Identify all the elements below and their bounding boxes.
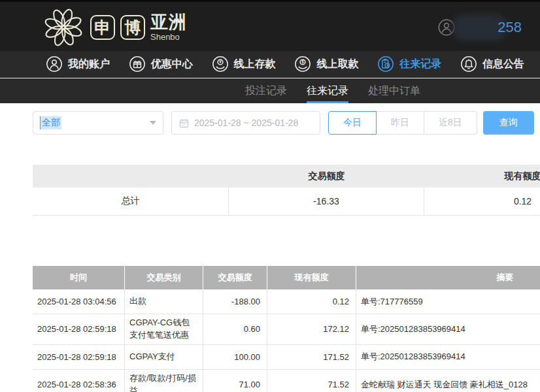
cell-balance: 171.52 (267, 345, 356, 369)
cell-amount: 71.00 (203, 370, 267, 392)
summary-total-balance: 0.12 (424, 188, 540, 215)
summary-header-row: 交易额度 现有额度 (33, 165, 540, 188)
account-icon (46, 56, 63, 73)
cell-balance: 0.12 (267, 289, 356, 314)
nav-label: 线上取款 (316, 57, 358, 71)
col-header-type: 交易类别 (125, 266, 203, 289)
quick-range-group: 今日 昨日 近8日 (328, 111, 477, 135)
cell-balance: 172.12 (267, 314, 356, 344)
cell-summary: 单号:202501283853969414 (356, 345, 540, 369)
cell-amount: 0.60 (203, 314, 267, 344)
cell-time: 2025-01-28 03:04:56 (33, 289, 125, 314)
col-header-summary: 摘要 (356, 266, 540, 289)
cell-type: 出款 (125, 289, 203, 314)
nav-online-deposit[interactable]: ¥ 线上存款 (212, 56, 276, 73)
account-number: 258 (498, 19, 522, 36)
records-table: 时间 交易类别 交易额度 现有额度 摘要 2025-01-28 03:04:56… (33, 266, 540, 392)
col-header-amount: 交易额度 (203, 266, 267, 289)
table-row: 2025-01-28 02:59:18 CGPAY支付 100.00 171.5… (33, 345, 540, 370)
brand-logo[interactable]: 申 博 亚洲 Shenbo (42, 6, 187, 49)
summary-total-amount: -16.33 (229, 188, 424, 215)
col-header-time: 时间 (33, 266, 125, 289)
records-icon (377, 56, 394, 73)
nav-label: 优惠中心 (151, 57, 193, 71)
summary-table: 交易额度 现有额度 总计 -16.33 0.12 (33, 165, 540, 216)
cell-type: CGPAY-CG钱包支付笔笔送优惠 (125, 314, 203, 344)
bell-icon (460, 56, 477, 73)
logo-name-en: Shenbo (150, 33, 187, 41)
summary-header-balance: 现有额度 (424, 165, 540, 188)
logo-char-bo: 博 (120, 15, 145, 40)
cell-balance: 71.52 (267, 370, 356, 392)
type-select-value: 全部 (40, 116, 61, 129)
filter-toolbar: 全部 2025-01-28 ~ 2025-01-28 今日 昨日 近8日 查询 (33, 111, 534, 135)
nav-transaction-records[interactable]: 往来记录 (377, 56, 441, 73)
nav-label: 我的账户 (68, 57, 110, 71)
nav-label: 往来记录 (399, 57, 441, 71)
nav-my-account[interactable]: 我的账户 (46, 56, 110, 73)
cell-summary: 金蛇献瑞 财运通天 现金回馈 豪礼相送_0128 (356, 370, 540, 392)
transaction-records-page: 申 博 亚洲 Shenbo 258 我的账户 (0, 0, 540, 392)
summary-header-blank (33, 165, 229, 188)
top-bar: 申 博 亚洲 Shenbo 258 (0, 0, 540, 51)
logo-region-text: 亚洲 (150, 14, 187, 31)
nav-label: 线上存款 (234, 57, 276, 71)
records-header-row: 时间 交易类别 交易额度 现有额度 摘要 (33, 266, 540, 289)
svg-text:$: $ (302, 59, 305, 65)
cell-summary: 单号:717776559 (356, 289, 540, 314)
table-row: 2025-01-28 02:59:18 CGPAY-CG钱包支付笔笔送优惠 0.… (33, 314, 540, 345)
cell-time: 2025-01-28 02:58:36 (33, 370, 125, 392)
svg-text:¥: ¥ (219, 59, 222, 64)
promo-gift-icon (129, 56, 146, 73)
tab-processing-orders[interactable]: 处理中订单 (368, 78, 420, 103)
tab-transaction-records[interactable]: 往来记录 (307, 78, 348, 103)
nav-label: 信息公告 (482, 57, 524, 71)
type-select[interactable]: 全部 (33, 111, 163, 135)
calendar-icon (179, 118, 189, 128)
yesterday-button[interactable]: 昨日 (377, 111, 424, 135)
nav-online-withdraw[interactable]: $ 线上取款 (294, 56, 358, 73)
nav-announcements[interactable]: 信息公告 (460, 56, 524, 73)
table-row: 2025-01-28 02:58:36 存款/取款/打码/损益 71.00 71… (33, 370, 540, 392)
chevron-down-icon (150, 121, 156, 125)
last8days-button[interactable]: 近8日 (424, 111, 477, 135)
cell-type: CGPAY支付 (125, 345, 203, 369)
table-row: 2025-01-28 03:04:56 出款 -188.00 0.12 单号:7… (33, 289, 540, 314)
logo-char-shen: 申 (90, 15, 115, 40)
user-area[interactable]: 258 (437, 14, 522, 41)
sub-navigation: 投注记录 往来记录 处理中订单 (0, 78, 540, 103)
col-header-balance: 现有额度 (267, 266, 356, 289)
summary-total-row: 总计 -16.33 0.12 (33, 188, 540, 216)
cell-time: 2025-01-28 02:59:18 (33, 314, 125, 344)
cell-summary: 单号:202501283853969414 (356, 314, 540, 344)
main-navigation: 我的账户 优惠中心 ¥ 线上存款 $ (0, 51, 540, 78)
deposit-icon: ¥ (212, 56, 229, 73)
query-button[interactable]: 查询 (483, 111, 534, 135)
nav-promo-center[interactable]: 优惠中心 (129, 56, 193, 73)
flower-logo-icon (42, 6, 85, 49)
active-tab-underline (307, 101, 348, 103)
cell-amount: 100.00 (203, 345, 267, 369)
cell-type: 存款/取款/打码/损益 (125, 370, 203, 392)
summary-header-amount: 交易额度 (229, 165, 424, 188)
tab-betting-records[interactable]: 投注记录 (245, 78, 287, 103)
date-range-value: 2025-01-28 ~ 2025-01-28 (194, 118, 298, 128)
date-range-input[interactable]: 2025-01-28 ~ 2025-01-28 (171, 111, 320, 135)
cell-amount: -188.00 (203, 289, 267, 314)
today-button[interactable]: 今日 (328, 111, 377, 135)
withdraw-icon: $ (294, 56, 311, 73)
cell-time: 2025-01-28 02:59:18 (33, 345, 125, 369)
summary-total-label: 总计 (33, 188, 229, 215)
